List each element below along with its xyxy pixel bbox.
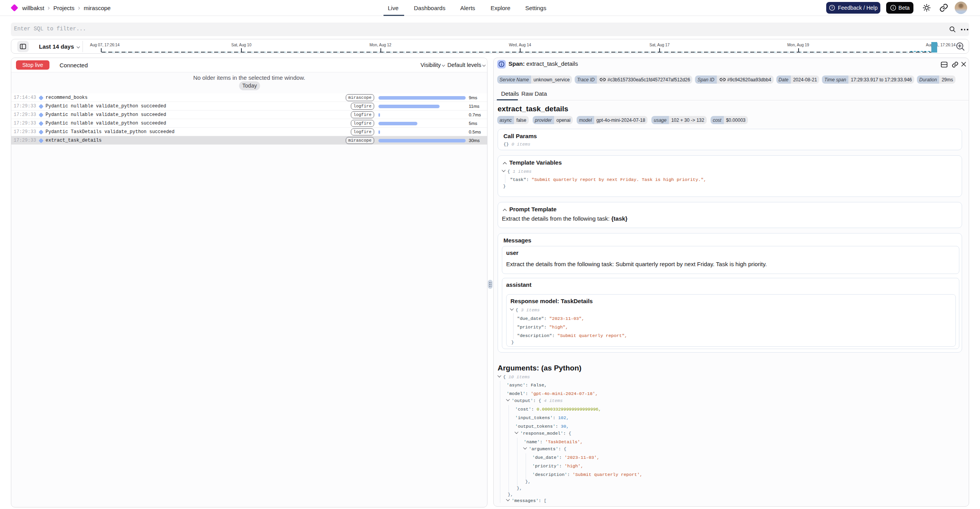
svg-text:?: ? (831, 6, 833, 10)
